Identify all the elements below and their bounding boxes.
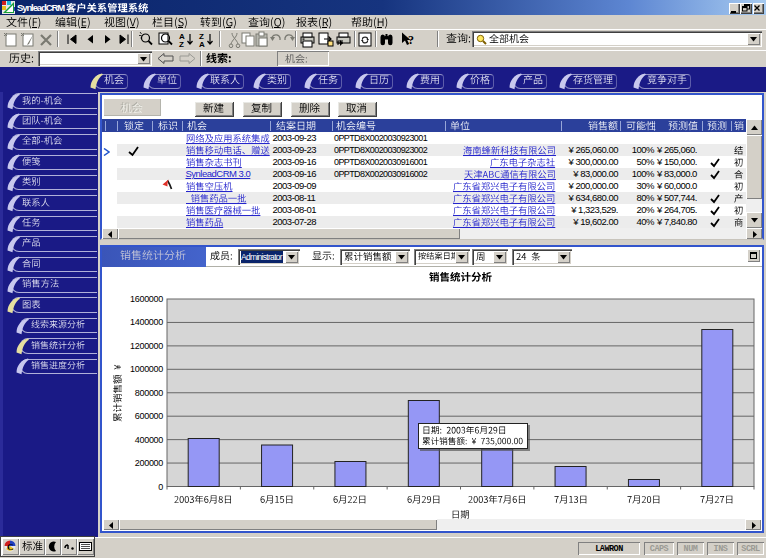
svg-text:Z: Z [179, 40, 184, 49]
svg-text:?: ? [408, 33, 414, 47]
svg-text:A: A [199, 40, 205, 49]
svg-text:C: C [7, 542, 14, 552]
